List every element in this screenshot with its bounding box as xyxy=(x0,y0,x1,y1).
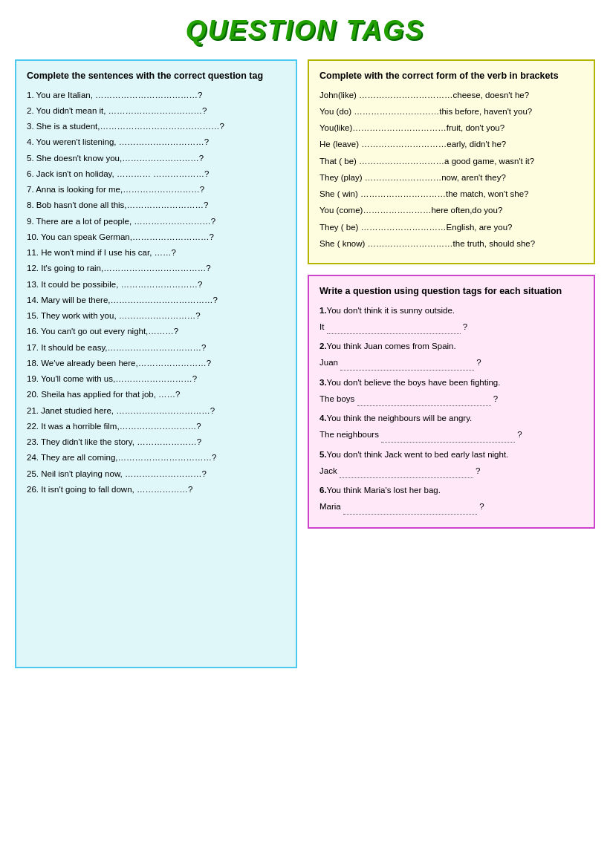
situation-answer-line: Juan ? xyxy=(319,356,583,370)
sentence-item: 7. Anna is looking for me,………………………? xyxy=(27,183,285,196)
sentence-item: 8. Bob hasn't done all this,………………………? xyxy=(27,199,285,212)
left-panel: Complete the sentences with the correct … xyxy=(15,59,297,668)
verb-line: He (leave) …………………………early, didn't he? xyxy=(319,138,583,151)
sentence-item: 21. Janet studied here, ……………………………? xyxy=(27,405,285,417)
sentence-item: 23. They didn't like the story, …………………? xyxy=(27,436,285,448)
situation-answer-line: It ? xyxy=(319,321,583,334)
sentence-item: 20. Sheila has applied for that job, ……? xyxy=(27,388,285,401)
right-panels: Complete with the correct form of the ve… xyxy=(308,59,595,529)
bottom-right-title: Write a question using question tags for… xyxy=(319,285,583,298)
sentence-item: 19. You'll come with us,………………………? xyxy=(27,373,285,385)
verb-line: They ( be) …………………………English, are you? xyxy=(319,221,583,234)
sentence-item: 2. You didn't mean it, ……………………………? xyxy=(27,105,285,117)
situation-prompt: 6.You think Maria's lost her bag. xyxy=(319,484,583,497)
sentence-item: 25. Neil isn't playing now, ………………………? xyxy=(27,468,285,480)
page-title: QUESTION TAGS xyxy=(15,15,595,46)
verb-line: They (play) ………………………now, aren't they? xyxy=(319,172,583,184)
situation-answer-line: Maria ? xyxy=(319,500,583,514)
sentence-item: 3. She is a student,……………………………………? xyxy=(27,120,285,133)
situation-answer-line: The boys ? xyxy=(319,393,583,406)
left-panel-title: Complete the sentences with the correct … xyxy=(27,70,285,83)
top-right-panel: Complete with the correct form of the ve… xyxy=(308,59,595,264)
main-layout: Complete the sentences with the correct … xyxy=(15,59,595,668)
sentence-item: 15. They work with you, ………………………? xyxy=(27,310,285,322)
verb-section: John(like) ……………………………cheese, doesn't he… xyxy=(319,89,583,251)
situation-prompt: 2.You think Juan comes from Spain. xyxy=(319,340,583,353)
sentence-item: 22. It was a horrible film,………………………? xyxy=(27,420,285,433)
sentence-item: 12. It's going to rain,………………………………? xyxy=(27,262,285,275)
situation-answer-line: Jack ? xyxy=(319,465,583,478)
sentence-item: 26. It isn't going to fall down, ………………? xyxy=(27,483,285,496)
situation-answer-line: The neighbours ? xyxy=(319,428,583,442)
verb-line: That ( be) …………………………a good game, wasn't… xyxy=(319,155,583,168)
sentence-item: 24. They are all coming,……………………………? xyxy=(27,451,285,464)
sentence-item: 1. You are Italian, ………………………………? xyxy=(27,89,285,102)
verb-line: She ( know) …………………………the truth, should … xyxy=(319,238,583,250)
situation-prompt: 3.You don't believe the boys have been f… xyxy=(319,376,583,389)
top-right-title: Complete with the correct form of the ve… xyxy=(319,70,583,83)
verb-line: You (do) …………………………this before, haven't … xyxy=(319,105,583,118)
verb-line: You(like)……………………………fruit, don't you? xyxy=(319,122,583,134)
sentence-item: 6. Jack isn't on holiday, ………… ………………? xyxy=(27,168,285,180)
sentence-item: 9. There are a lot of people, ………………………? xyxy=(27,215,285,228)
sentence-item: 13. It could be possibile, ………………………? xyxy=(27,278,285,291)
situation-prompt: 4.You think the neighbours will be angry… xyxy=(319,412,583,425)
sentence-item: 10. You can speak German,………………………? xyxy=(27,231,285,244)
sentence-item: 4. You weren't listening, …………………………? xyxy=(27,136,285,149)
sentence-item: 5. She doesn't know you,………………………? xyxy=(27,152,285,165)
situation-prompt: 1.You don't think it is sunny outside. xyxy=(319,304,583,317)
sentence-item: 17. It should be easy,……………………………? xyxy=(27,342,285,354)
sentence-list: 1. You are Italian, ………………………………?2. You … xyxy=(27,89,285,497)
verb-line: John(like) ……………………………cheese, doesn't he… xyxy=(319,89,583,102)
verb-line: You (come)……………………here often,do you? xyxy=(319,204,583,217)
sentence-item: 11. He won't mind if I use his car, ……? xyxy=(27,247,285,259)
verb-line: She ( win) …………………………the match, won't sh… xyxy=(319,188,583,200)
situation-section: 1.You don't think it is sunny outside.It… xyxy=(319,304,583,515)
bottom-right-panel: Write a question using question tags for… xyxy=(308,275,595,529)
sentence-item: 16. You can't go out every night,………? xyxy=(27,325,285,338)
sentence-item: 14. Mary will be there,………………………………? xyxy=(27,294,285,307)
sentence-item: 18. We've already been here,……………………? xyxy=(27,357,285,370)
situation-prompt: 5.You don't think Jack went to bed early… xyxy=(319,448,583,461)
